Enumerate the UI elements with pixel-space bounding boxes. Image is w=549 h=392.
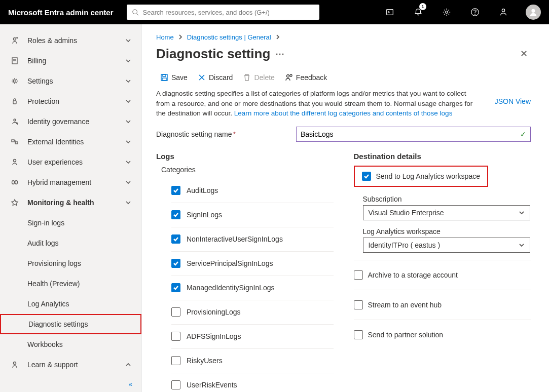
storage-checkbox[interactable] — [354, 270, 363, 280]
svg-line-1 — [136, 14, 138, 16]
send-partner[interactable]: Send to partner solution — [354, 328, 531, 341]
stream-event-hub[interactable]: Stream to an event hub — [354, 298, 531, 311]
account-avatar[interactable] — [526, 5, 541, 20]
global-search[interactable] — [127, 5, 319, 20]
nav-icon — [9, 361, 20, 369]
log-analytics-checkbox[interactable] — [362, 172, 371, 181]
nav-icon — [9, 77, 20, 85]
send-to-log-analytics[interactable]: Send to Log Analytics workspace — [354, 166, 488, 187]
global-search-input[interactable] — [143, 9, 314, 16]
svg-rect-15 — [12, 140, 14, 142]
log-category-noninteractiveusersigninlogs[interactable]: NonInteractiveUserSignInLogs — [171, 227, 334, 252]
sidebar-item-user-experiences[interactable]: User experiences — [0, 152, 141, 172]
subscription-value: Visual Studio Enterprise — [369, 209, 444, 217]
workspace-select[interactable]: IdentityITPro ( eastus ) — [363, 238, 530, 253]
sidebar-item-monitoring-health[interactable]: Monitoring & health — [0, 192, 141, 213]
log-category-provisioninglogs[interactable]: ProvisioningLogs — [171, 300, 334, 325]
subscription-label: Subscription — [363, 195, 531, 203]
svg-point-6 — [502, 9, 504, 12]
eventhub-label: Stream to an event hub — [368, 301, 442, 309]
setting-name-input[interactable] — [301, 130, 520, 138]
log-category-userriskevents[interactable]: UserRiskEvents — [171, 373, 334, 392]
svg-point-5 — [475, 14, 475, 15]
help-icon[interactable] — [465, 0, 485, 24]
sidebar-sub-diagnostic-settings[interactable]: Diagnostic settings — [0, 314, 141, 334]
nav-label: Learn & support — [27, 361, 125, 369]
setting-name-label: Diagnostic setting name* — [156, 130, 296, 138]
category-checkbox[interactable] — [171, 234, 180, 244]
category-checkbox[interactable] — [171, 307, 180, 317]
sidebar-collapse[interactable]: « — [0, 377, 141, 392]
feedback-icon[interactable] — [493, 0, 514, 24]
category-checkbox[interactable] — [171, 259, 180, 268]
chevron-up-icon — [125, 361, 132, 368]
notifications-icon[interactable]: 1 — [408, 0, 428, 24]
log-category-riskyusers[interactable]: RiskyUsers — [171, 349, 334, 373]
breadcrumb-home[interactable]: Home — [156, 33, 174, 41]
close-icon[interactable]: ✕ — [517, 45, 531, 62]
chevron-down-icon — [125, 118, 132, 125]
nav-sub-label: Sign-in logs — [27, 219, 132, 227]
notification-badge: 1 — [419, 3, 426, 10]
delete-button: Delete — [243, 73, 274, 82]
category-checkbox[interactable] — [171, 356, 180, 365]
category-checkbox[interactable] — [171, 186, 180, 195]
nav-label: Roles & admins — [27, 36, 125, 45]
main-content: Home Diagnostic settings | General Diagn… — [142, 24, 549, 392]
category-label: AuditLogs — [187, 186, 218, 194]
svg-point-0 — [132, 10, 137, 14]
category-label: ManagedIdentitySignInLogs — [187, 284, 275, 292]
discard-button[interactable]: Discard — [198, 73, 233, 82]
sidebar-item-protection[interactable]: Protection — [0, 91, 141, 111]
log-category-auditlogs[interactable]: AuditLogs — [171, 179, 334, 203]
subscription-select[interactable]: Visual Studio Enterprise — [363, 205, 530, 220]
sidebar-item-settings[interactable]: Settings — [0, 71, 141, 91]
category-checkbox[interactable] — [171, 380, 180, 389]
log-category-adfssigninlogs[interactable]: ADFSSignInLogs — [171, 325, 334, 349]
feedback-button[interactable]: Feedback — [285, 73, 327, 82]
breadcrumb-parent[interactable]: Diagnostic settings | General — [187, 33, 271, 41]
sidebar-item-roles-admins[interactable]: Roles & admins — [0, 30, 141, 51]
nav-icon — [9, 178, 20, 186]
nav-sub-label: Health (Preview) — [27, 280, 132, 288]
save-button[interactable]: Save — [160, 73, 188, 82]
log-category-signinlogs[interactable]: SignInLogs — [171, 203, 334, 227]
svg-point-20 — [14, 362, 16, 365]
sidebar-item-identity-governance[interactable]: Identity governance — [0, 111, 141, 132]
more-icon[interactable]: ⋯ — [275, 48, 285, 59]
sidebar-sub-sign-in-logs[interactable]: Sign-in logs — [0, 213, 141, 233]
chevron-down-icon — [125, 77, 132, 85]
sidebar-sub-audit-logs[interactable]: Audit logs — [0, 233, 141, 253]
sidebar-item-external-identities[interactable]: External Identities — [0, 132, 141, 152]
log-category-managedidentitysigninlogs[interactable]: ManagedIdentitySignInLogs — [171, 276, 334, 300]
category-label: ADFSSignInLogs — [187, 332, 241, 340]
category-checkbox[interactable] — [171, 210, 180, 219]
chevron-down-icon — [125, 138, 132, 145]
partner-checkbox[interactable] — [354, 330, 363, 339]
sidebar-item-learn-support[interactable]: Learn & support — [0, 355, 141, 375]
sidebar-item-hybrid-management[interactable]: Hybrid management — [0, 172, 141, 192]
sidebar-sub-log-analytics[interactable]: Log Analytics — [0, 294, 141, 314]
category-label: SignInLogs — [187, 211, 222, 219]
category-checkbox[interactable] — [171, 332, 180, 341]
category-label: UserRiskEvents — [187, 381, 237, 389]
log-category-serviceprincipalsigninlogs[interactable]: ServicePrincipalSignInLogs — [171, 252, 334, 276]
feedback-label: Feedback — [296, 73, 327, 82]
svg-point-3 — [446, 11, 448, 14]
sidebar-sub-health-preview-[interactable]: Health (Preview) — [0, 273, 141, 294]
category-checkbox[interactable] — [171, 283, 180, 292]
nav-label: Settings — [27, 77, 125, 85]
eventhub-checkbox[interactable] — [354, 300, 363, 309]
archive-storage[interactable]: Archive to a storage account — [354, 268, 531, 282]
learn-more-link[interactable]: Learn more about the different log categ… — [234, 109, 453, 117]
chevron-down-icon — [519, 210, 525, 216]
setting-name-input-wrap[interactable]: ✓ — [296, 127, 531, 142]
chevron-right-icon — [275, 33, 280, 41]
svg-rect-23 — [162, 78, 166, 81]
sidebar-sub-provisioning-logs[interactable]: Provisioning logs — [0, 253, 141, 273]
sidebar-item-billing[interactable]: Billing — [0, 51, 141, 71]
cloud-shell-icon[interactable] — [380, 0, 400, 24]
sidebar-sub-workbooks[interactable]: Workbooks — [0, 334, 141, 355]
json-view-link[interactable]: JSON View — [495, 97, 531, 105]
settings-gear-icon[interactable] — [436, 0, 457, 24]
